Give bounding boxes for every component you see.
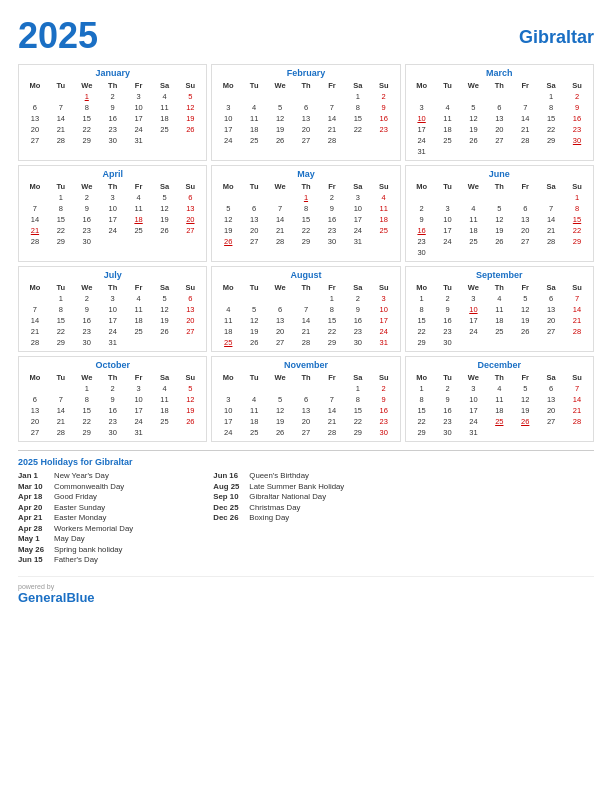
day-cell: 20 — [241, 225, 267, 236]
day-cell: 5 — [512, 383, 538, 394]
day-cell: 2 — [409, 203, 435, 214]
day-cell: 2 — [100, 383, 126, 394]
holiday-date: Apr 18 — [18, 492, 50, 501]
day-header-fr: Fr — [126, 80, 152, 91]
day-cell: 29 — [409, 427, 435, 438]
day-header-su: Su — [177, 282, 203, 293]
empty-cell — [409, 192, 435, 203]
day-header-fr: Fr — [319, 181, 345, 192]
day-cell: 5 — [177, 91, 203, 102]
empty-cell — [215, 383, 241, 394]
day-cell: 20 — [293, 124, 319, 135]
day-cell: 2 — [564, 91, 590, 102]
holiday-name: Boxing Day — [249, 513, 289, 522]
day-cell: 23 — [409, 236, 435, 247]
holiday-item: Sep 10Gibraltar National Day — [213, 492, 398, 501]
day-cell: 14 — [319, 405, 345, 416]
month-block-may: MayMoTuWeThFrSaSu12345678910111213141516… — [211, 165, 400, 262]
holidays-columns: Jan 1New Year's DayMar 10Commonwealth Da… — [18, 471, 594, 566]
day-cell: 25 — [241, 427, 267, 438]
day-cell: 10 — [435, 214, 461, 225]
day-cell: 5 — [486, 203, 512, 214]
day-header-mo: Mo — [409, 80, 435, 91]
day-cell: 23 — [74, 225, 100, 236]
day-cell: 26 — [267, 135, 293, 146]
day-cell: 17 — [371, 315, 397, 326]
holiday-item: Dec 25Christmas Day — [213, 503, 398, 512]
day-header-tu: Tu — [48, 80, 74, 91]
day-cell: 17 — [409, 124, 435, 135]
day-header-we: We — [74, 80, 100, 91]
day-header-we: We — [74, 181, 100, 192]
day-cell: 13 — [293, 405, 319, 416]
day-header-we: We — [460, 372, 486, 383]
day-cell: 15 — [319, 315, 345, 326]
day-cell: 10 — [126, 394, 152, 405]
day-cell: 25 — [241, 135, 267, 146]
day-cell: 29 — [409, 337, 435, 348]
day-cell: 11 — [486, 304, 512, 315]
day-cell: 21 — [564, 405, 590, 416]
empty-cell — [435, 192, 461, 203]
day-cell: 15 — [409, 405, 435, 416]
day-cell: 14 — [48, 113, 74, 124]
month-title-august: August — [215, 270, 396, 280]
day-cell: 11 — [215, 315, 241, 326]
day-cell: 29 — [48, 337, 74, 348]
empty-cell — [22, 192, 48, 203]
day-cell: 30 — [371, 427, 397, 438]
day-cell: 24 — [215, 135, 241, 146]
day-cell: 14 — [538, 214, 564, 225]
day-cell: 22 — [564, 225, 590, 236]
day-cell: 1 — [48, 192, 74, 203]
day-cell: 24 — [435, 236, 461, 247]
day-cell: 11 — [435, 113, 461, 124]
day-header-we: We — [267, 80, 293, 91]
day-cell: 28 — [564, 326, 590, 337]
day-cell: 4 — [215, 304, 241, 315]
month-title-july: July — [22, 270, 203, 280]
day-header-fr: Fr — [319, 282, 345, 293]
day-header-tu: Tu — [48, 282, 74, 293]
day-cell: 30 — [564, 135, 590, 146]
day-cell: 30 — [435, 337, 461, 348]
day-cell: 18 — [126, 315, 152, 326]
empty-cell — [215, 293, 241, 304]
day-cell: 25 — [435, 135, 461, 146]
holiday-name: Good Friday — [54, 492, 97, 501]
day-header-fr: Fr — [126, 282, 152, 293]
day-cell: 22 — [293, 225, 319, 236]
holiday-name: New Year's Day — [54, 471, 109, 480]
day-cell: 5 — [241, 304, 267, 315]
day-cell: 29 — [74, 427, 100, 438]
day-cell: 30 — [100, 427, 126, 438]
day-cell: 20 — [267, 326, 293, 337]
day-cell: 27 — [22, 135, 48, 146]
day-cell: 31 — [126, 427, 152, 438]
month-title-may: May — [215, 169, 396, 179]
day-cell: 5 — [177, 383, 203, 394]
day-cell: 13 — [241, 214, 267, 225]
day-header-we: We — [267, 282, 293, 293]
day-header-th: Th — [100, 80, 126, 91]
day-cell: 13 — [22, 113, 48, 124]
day-cell: 16 — [100, 405, 126, 416]
day-cell: 10 — [345, 203, 371, 214]
day-cell: 29 — [345, 427, 371, 438]
day-cell: 1 — [345, 383, 371, 394]
day-cell: 12 — [460, 113, 486, 124]
holiday-item: Jun 16Queen's Birthday — [213, 471, 398, 480]
day-cell: 4 — [435, 102, 461, 113]
day-cell: 3 — [126, 383, 152, 394]
day-cell: 26 — [152, 326, 178, 337]
day-cell: 28 — [267, 236, 293, 247]
day-header-sa: Sa — [538, 282, 564, 293]
footer: powered by GeneralBlue — [18, 576, 594, 605]
day-cell: 15 — [48, 315, 74, 326]
day-cell: 19 — [215, 225, 241, 236]
day-cell: 24 — [460, 416, 486, 427]
day-cell: 9 — [435, 304, 461, 315]
day-cell: 6 — [538, 383, 564, 394]
month-title-october: October — [22, 360, 203, 370]
day-cell: 26 — [177, 416, 203, 427]
